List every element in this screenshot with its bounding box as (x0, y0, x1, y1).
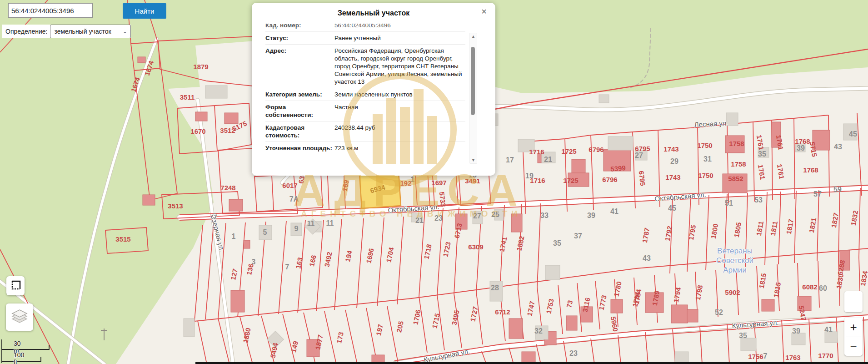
popup-title: Земельный участок (252, 9, 495, 17)
layers-button[interactable] (6, 303, 33, 331)
definition-value: земельный участок (54, 28, 111, 35)
scrollbar-thumb[interactable] (471, 47, 475, 115)
popup-row-cost: Кадастровая стоимость: 240238.44 руб (265, 121, 465, 142)
extra-map-button[interactable] (844, 291, 863, 312)
popup-scrollbar[interactable]: ▲ ▼ (469, 33, 477, 164)
search-input[interactable] (8, 3, 93, 18)
popup-scroll-area[interactable]: Кад. номер: 56:44:0244005:3496 Статус: Р… (265, 24, 465, 169)
chevron-down-icon: ⌄ (123, 29, 127, 35)
road-end-marker (213, 214, 217, 218)
definition-select[interactable]: земельный участок ⌄ (50, 25, 131, 38)
search-bar: Найти (8, 3, 93, 18)
definition-label: Определение: (5, 28, 47, 35)
parcel-info-popup: Земельный участок × Кад. номер: 56:44:02… (252, 3, 495, 176)
scroll-up-icon[interactable]: ▲ (470, 34, 477, 39)
zoom-control: + − (844, 318, 863, 356)
scale-feet: 100 ft (14, 351, 24, 364)
layers-icon (10, 309, 29, 325)
popup-row-address: Адрес: Российская Федерация, Оренбургска… (265, 45, 465, 88)
popup-row-area: Уточненная площадь: 723 кв.м (265, 142, 465, 154)
zoom-in-button[interactable]: + (844, 318, 863, 337)
scroll-down-icon[interactable]: ▼ (470, 158, 477, 162)
popup-row-status: Статус: Ранее учтенный (265, 32, 465, 45)
popup-row-ownership: Форма собственности: Частная (265, 101, 465, 121)
cadastral-map-app: ВетераныСоветскойАрмии 16741674187935111… (0, 0, 868, 364)
definition-row: Определение: земельный участок ⌄ (2, 25, 131, 38)
measure-area-button[interactable] (6, 276, 25, 295)
bottom-edge-bar (195, 362, 868, 364)
zoom-out-button[interactable]: − (844, 337, 863, 356)
measure-icon (10, 280, 21, 292)
popup-row-kad-nomer: Кад. номер: 56:44:0244005:3496 (265, 24, 465, 32)
popup-row-category: Категория земель: Земли населенных пункт… (265, 88, 465, 101)
find-button[interactable]: Найти (123, 3, 166, 19)
close-icon[interactable]: × (479, 6, 489, 16)
